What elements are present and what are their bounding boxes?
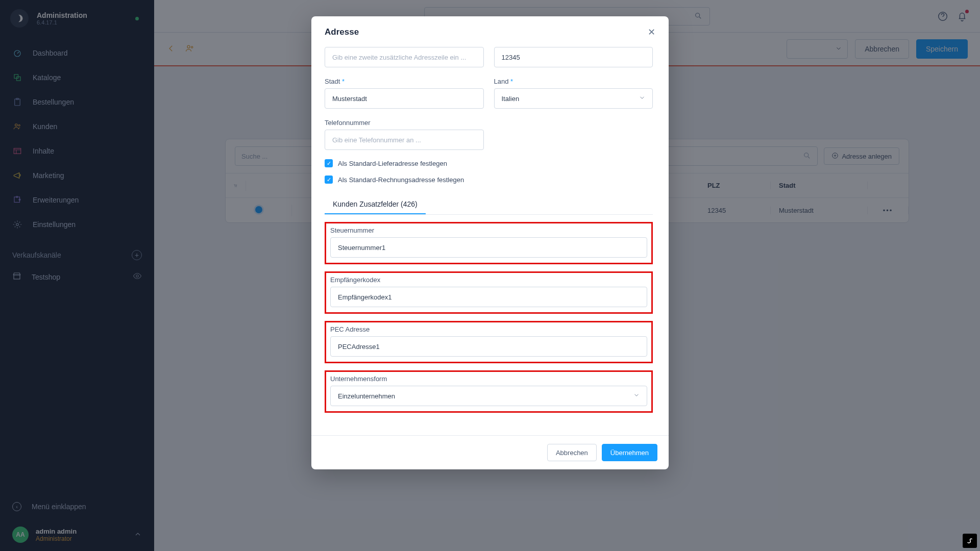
modal-cancel-button[interactable]: Abbrechen: [547, 444, 597, 461]
pec-address-label: PEC Adresse: [330, 325, 647, 333]
company-form-label: Unternehmensform: [330, 375, 647, 383]
default-shipping-label: Als Standard-Lieferadresse festlegen: [338, 160, 447, 167]
default-billing-checkbox[interactable]: ✓ Als Standard-Rechnungsadresse festlege…: [325, 171, 653, 188]
pec-address-group: PEC Adresse: [325, 321, 653, 363]
company-form-group: Unternehmensform: [325, 370, 653, 413]
phone-input[interactable]: [325, 130, 484, 150]
tax-number-label: Steuernummer: [330, 227, 647, 234]
country-select[interactable]: [494, 88, 653, 109]
modal-title: Adresse: [325, 27, 359, 37]
recipient-code-group: Empfängerkodex: [325, 271, 653, 314]
symfony-badge-icon[interactable]: [963, 534, 977, 548]
close-icon[interactable]: ✕: [648, 27, 655, 38]
modal-apply-button[interactable]: Übernehmen: [602, 444, 657, 461]
default-shipping-checkbox[interactable]: ✓ Als Standard-Lieferadresse festlegen: [325, 155, 653, 171]
company-form-select[interactable]: [330, 386, 647, 406]
country-label: Land *: [494, 78, 653, 85]
postal-input[interactable]: [494, 47, 653, 67]
city-label: Stadt *: [325, 78, 484, 85]
phone-label: Telefonnummer: [325, 119, 484, 127]
city-input[interactable]: [325, 88, 484, 109]
checkbox-checked-icon: ✓: [325, 159, 333, 167]
tax-number-input[interactable]: [330, 237, 647, 258]
pec-address-input[interactable]: [330, 336, 647, 357]
recipient-code-input[interactable]: [330, 287, 647, 307]
tax-number-group: Steuernummer: [325, 222, 653, 264]
address-line2-input[interactable]: [325, 47, 484, 67]
checkbox-checked-icon: ✓: [325, 176, 333, 184]
custom-fields-tab[interactable]: Kunden Zusatzfelder (426): [325, 195, 426, 214]
default-billing-label: Als Standard-Rechnungsadresse festlegen: [338, 176, 464, 184]
address-modal: Adresse ✕ Stadt * Land *: [311, 16, 669, 469]
recipient-code-label: Empfängerkodex: [330, 276, 647, 284]
